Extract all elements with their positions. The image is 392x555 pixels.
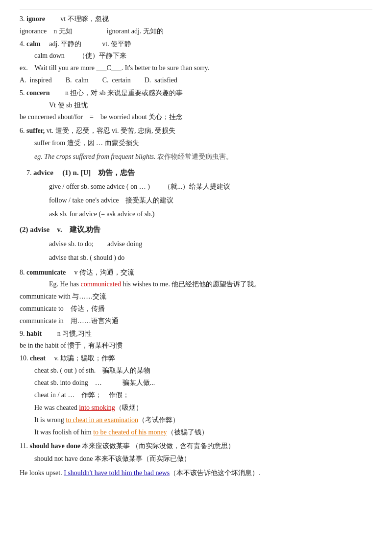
entry-11-phrase2: should not have done 本来不该做某事（而实际已做）	[20, 453, 372, 465]
entry-5-vt: Vt 使 sb 担忧	[20, 100, 372, 111]
entry-10-ex1: He was cheated into smoking（吸烟）	[20, 402, 372, 414]
entry-11-eg: He looks upset. I shouldn't have told hi…	[20, 467, 372, 479]
entry-6-phrase: suffer from 遭受，因 … 而蒙受损失	[20, 137, 372, 149]
shouldnt-have-told-link[interactable]: I shouldn't have told him the bad news	[64, 469, 170, 477]
entry-8-eg: Eg. He has communicated his wishes to me…	[20, 278, 372, 290]
entry-5-main: 5. concern n 担心，对 sb 来说是重要或感兴趣的事	[20, 87, 372, 99]
entry-7b-phrase1: advise sb. to do; advise doing	[20, 238, 372, 250]
entry-4-calmdown: calm down （使）平静下来	[20, 50, 372, 62]
entry-10-ex2: It is wrong to cheat in an examination（考…	[20, 414, 372, 426]
entry-10-main: 10. cheat v. 欺骗；骗取；作弊	[20, 353, 372, 364]
entry-9-phrase: be in the habit of 惯于，有某种习惯	[20, 340, 372, 352]
entry-6: 6. suffer, vt. 遭受，忍受，容忍 vi. 受苦, 忠病, 受损失 …	[20, 125, 372, 162]
top-rule	[20, 9, 372, 9]
entry-4-ex: ex. Wait till you are more ___C___. It's…	[20, 62, 372, 74]
entry-7b-phrase2: advise that sb. ( should ) do	[20, 252, 372, 264]
cheat-in-exam-link[interactable]: to cheat in an examination	[66, 416, 138, 424]
entry-11-main: 11. should have done 本来应该做某事 （而实际没做，含有责备…	[20, 440, 372, 452]
entry-10-phrase3: cheat in / at … 作弊； 作假；	[20, 389, 372, 401]
entry-7b-main: (2) advise v. 建议,劝告	[20, 224, 372, 236]
entry-3: 3. ignore vt 不理睬，忽视 ignorance n 无知 ignor…	[20, 13, 372, 37]
entry-7b: (2) advise v. 建议,劝告 advise sb. to do; ad…	[20, 224, 372, 263]
entry-5-phrase: be concerned about/for = be worried abou…	[20, 111, 372, 123]
entry-3-number: 3.	[20, 15, 26, 23]
entry-3-ignorance: ignorance n 无知 ignorant adj. 无知的	[20, 25, 372, 37]
entry-6-main: 6. suffer, vt. 遭受，忍受，容忍 vi. 受苦, 忠病, 受损失	[20, 125, 372, 137]
entry-7-main: 7. advice (1) n. [U] 劝告，忠告	[20, 167, 372, 179]
entry-3-word: ignore	[26, 15, 45, 23]
entry-3-main: 3. ignore vt 不理睬，忽视	[20, 13, 372, 25]
entry-4-options: A. inspired B. calm C. certain D. satisf…	[20, 75, 372, 86]
entry-7-phrase1: give / offer sb. some advice ( on … ) （就…	[20, 181, 372, 193]
entry-7-phrase2: follow / take one's advice 接受某人的建议	[20, 195, 372, 206]
entry-8-main: 8. communicate v 传达，沟通，交流	[20, 267, 372, 278]
entry-4: 4. calm adj. 平静的 vt. 使平静 calm down （使）平静…	[20, 38, 372, 86]
entry-8-phrase2: communicate to 传达，传播	[20, 303, 372, 315]
entry-7-phrase3: ask sb. for advice (= ask advice of sb.)	[20, 208, 372, 220]
entry-8-phrase3: communicate in 用……语言沟通	[20, 315, 372, 327]
entry-9: 9. habit n 习惯,习性 be in the habit of 惯于，有…	[20, 328, 372, 352]
entry-10: 10. cheat v. 欺骗；骗取；作弊 cheat sb. ( out ) …	[20, 353, 372, 438]
entry-9-main: 9. habit n 习惯,习性	[20, 328, 372, 340]
entry-5: 5. concern n 担心，对 sb 来说是重要或感兴趣的事 Vt 使 sb…	[20, 87, 372, 123]
entry-10-ex3: It was foolish of him to be cheated of h…	[20, 427, 372, 438]
cheated-of-money-link[interactable]: to be cheated of his money	[93, 429, 167, 436]
entry-10-phrase1: cheat sb. ( out ) of sth. 骗取某人的某物	[20, 365, 372, 377]
into-smoking-link[interactable]: into smoking	[79, 404, 115, 411]
entry-8: 8. communicate v 传达，沟通，交流 Eg. He has com…	[20, 267, 372, 327]
entry-11: 11. should have done 本来应该做某事 （而实际没做，含有责备…	[20, 440, 372, 479]
entry-6-eg: eg. The crops suffered from frequent bli…	[20, 151, 372, 163]
entry-7: 7. advice (1) n. [U] 劝告，忠告 give / offer …	[20, 167, 372, 220]
entry-10-phrase2: cheat sb. into doing … 骗某人做...	[20, 377, 372, 389]
entry-8-phrase1: communicate with 与……交流	[20, 291, 372, 303]
entry-4-main: 4. calm adj. 平静的 vt. 使平静	[20, 38, 372, 50]
